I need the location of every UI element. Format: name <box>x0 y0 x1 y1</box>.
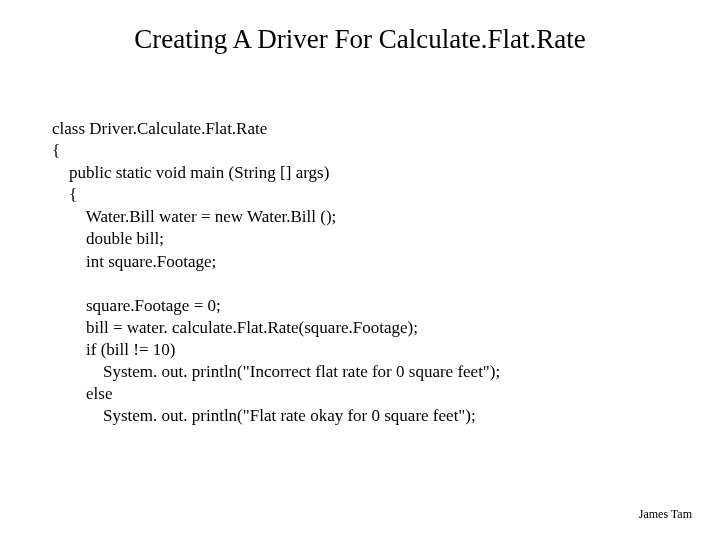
slide-title: Creating A Driver For Calculate.Flat.Rat… <box>0 24 720 55</box>
author-footer: James Tam <box>639 507 692 522</box>
code-block: class Driver.Calculate.Flat.Rate { publi… <box>52 118 500 427</box>
slide: Creating A Driver For Calculate.Flat.Rat… <box>0 0 720 540</box>
